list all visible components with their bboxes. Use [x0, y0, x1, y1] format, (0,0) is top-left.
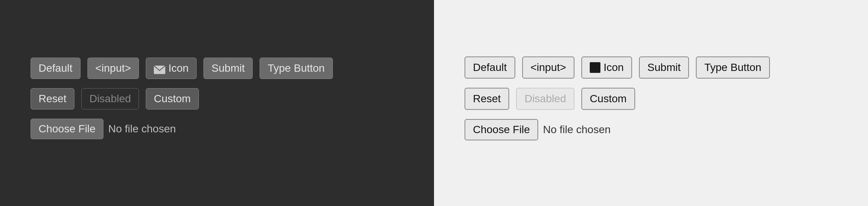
dark-icon-button-label: Icon: [168, 62, 189, 75]
dark-row-3: Choose File No file chosen: [31, 119, 403, 139]
light-custom-button[interactable]: Custom: [581, 88, 635, 110]
light-row-2: Reset Disabled Custom: [465, 88, 837, 110]
dark-icon-button[interactable]: Icon: [146, 58, 197, 79]
dark-submit-button[interactable]: Submit: [203, 58, 253, 79]
light-row-1: Default <input> Icon Submit Type Button: [465, 56, 837, 79]
light-type-button[interactable]: Type Button: [696, 56, 770, 79]
dark-panel: Default <input> Icon Submit Type Button …: [0, 0, 434, 206]
dark-default-button[interactable]: Default: [31, 58, 81, 79]
dark-row-1: Default <input> Icon Submit Type Button: [31, 58, 403, 79]
dark-type-button[interactable]: Type Button: [260, 58, 332, 79]
light-submit-button[interactable]: Submit: [639, 56, 689, 79]
light-panel: Default <input> Icon Submit Type Button …: [434, 0, 868, 206]
dark-no-file-label: No file chosen: [108, 123, 176, 135]
dark-input-button[interactable]: <input>: [87, 58, 139, 79]
dark-custom-button[interactable]: Custom: [146, 88, 198, 109]
dark-choose-file-button[interactable]: Choose File: [31, 119, 103, 139]
dark-disabled-button: Disabled: [81, 88, 139, 109]
light-disabled-button: Disabled: [516, 88, 574, 110]
light-default-button[interactable]: Default: [465, 56, 515, 79]
light-row-3: Choose File No file chosen: [465, 119, 837, 140]
dark-row-2: Reset Disabled Custom: [31, 88, 403, 109]
light-icon-button[interactable]: Icon: [581, 56, 632, 79]
square-icon: [590, 62, 600, 73]
light-icon-button-label: Icon: [603, 61, 624, 74]
light-choose-file-button[interactable]: Choose File: [465, 119, 538, 140]
dark-reset-button[interactable]: Reset: [31, 88, 74, 109]
light-reset-button[interactable]: Reset: [465, 88, 509, 110]
light-no-file-label: No file chosen: [543, 124, 610, 136]
envelope-icon: [154, 64, 165, 72]
light-input-button[interactable]: <input>: [522, 56, 574, 79]
